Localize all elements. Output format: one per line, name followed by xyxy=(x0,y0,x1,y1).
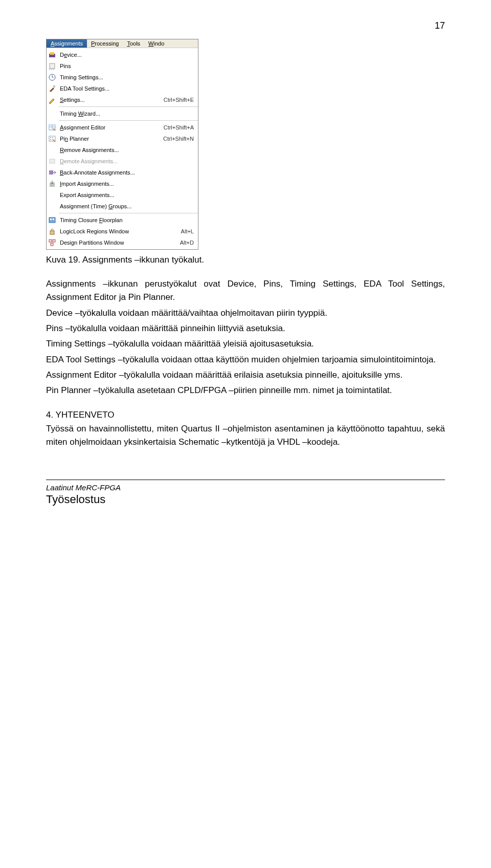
menu-assignment-editor[interactable]: Assignment Editor Ctrl+Shift+A xyxy=(47,122,198,133)
svg-rect-23 xyxy=(53,219,54,220)
page-number: 17 xyxy=(46,20,445,31)
svg-rect-18 xyxy=(50,159,55,163)
menu-label: Assignment (Time) Groups... xyxy=(60,203,196,209)
menu-label: Timing Settings... xyxy=(60,74,196,80)
paragraph: Device –työkalulla voidaan määrittää/vai… xyxy=(46,307,445,320)
pins-icon xyxy=(48,62,57,70)
menu-label: Timing Closure Floorplan xyxy=(60,217,196,223)
floorplan-icon xyxy=(48,216,57,224)
svg-point-14 xyxy=(50,137,51,138)
menu-label: Pin Planner xyxy=(60,136,160,142)
menu-separator xyxy=(59,106,198,107)
svg-rect-27 xyxy=(51,243,53,246)
svg-rect-22 xyxy=(50,219,52,220)
body-text: Assignments –ikkunan perustyökalut ovat … xyxy=(46,277,445,398)
menu-settings[interactable]: Settings... Ctrl+Shift+E xyxy=(47,94,198,105)
menu-label: Import Assignments... xyxy=(60,181,196,187)
menu-label: LogicLock Regions Window xyxy=(60,228,178,234)
menu-logiclock[interactable]: LogicLock Regions Window Alt+L xyxy=(47,226,198,237)
menu-assignment-groups[interactable]: Assignment (Time) Groups... xyxy=(47,201,198,212)
menu-label: Settings... xyxy=(60,97,161,103)
menu-label: Pins xyxy=(60,63,196,69)
menu-label: Back-Annotate Assignments... xyxy=(60,169,196,176)
summary-text: Työssä on havainnollistettu, miten Quart… xyxy=(46,422,445,449)
menu-label: Device... xyxy=(60,52,196,58)
paragraph: Työssä on havainnollistettu, miten Quart… xyxy=(46,422,445,449)
menubar-assignments[interactable]: Assignments xyxy=(47,39,87,48)
menu-timing-wizard[interactable]: Timing Wizard... xyxy=(47,108,198,119)
section-title: 4. YHTEENVETO xyxy=(46,410,445,420)
paragraph: EDA Tool Settings –työkalulla voidaan ot… xyxy=(46,353,445,366)
grid-icon xyxy=(48,135,57,143)
menu-separator xyxy=(59,213,198,213)
svg-rect-25 xyxy=(49,240,52,242)
menubar-tools[interactable]: Tools xyxy=(123,39,144,48)
menu-label: Design Partitions Window xyxy=(60,240,177,246)
menu-label: Assignment Editor xyxy=(60,124,161,131)
pencil-icon xyxy=(48,96,57,104)
svg-rect-21 xyxy=(49,218,55,223)
svg-rect-1 xyxy=(50,52,54,55)
menubar-window[interactable]: Windo xyxy=(144,39,168,48)
blank-icon xyxy=(48,191,57,199)
menu-import-assignments[interactable]: Import Assignments... xyxy=(47,178,198,189)
menu-separator xyxy=(59,120,198,121)
menu-label: Demote Assignments... xyxy=(60,158,196,164)
svg-rect-24 xyxy=(50,231,54,234)
menu-back-annotate[interactable]: Back-Annotate Assignments... xyxy=(47,167,198,178)
footer: Laatinut MeRC-FPGA Työselostus xyxy=(46,480,445,506)
footer-author: Laatinut MeRC-FPGA xyxy=(46,483,445,492)
demote-icon xyxy=(48,157,57,165)
blank-icon xyxy=(48,110,57,118)
footer-title: Työselostus xyxy=(46,493,445,506)
menu-design-partitions[interactable]: Design Partitions Window Alt+D xyxy=(47,237,198,248)
menu-device[interactable]: Device... xyxy=(47,49,198,60)
menu-remove-assignments[interactable]: Remove Assignments... xyxy=(47,144,198,156)
svg-point-16 xyxy=(50,139,51,140)
assignments-menu-screenshot: Assignments Processing Tools Windo Devic… xyxy=(46,39,198,250)
menu-label: Export Assignments... xyxy=(60,192,196,198)
paragraph: Timing Settings –työkalulla voidaan määr… xyxy=(46,337,445,351)
blank-icon xyxy=(48,202,57,210)
menu-label: EDA Tool Settings... xyxy=(60,85,196,92)
clock-icon xyxy=(48,73,57,81)
paragraph: Pins –työkalulla voidaan määrittää pinne… xyxy=(46,322,445,335)
paragraph: Pin Planner –työkalulla asetetaan CPLD/F… xyxy=(46,384,445,397)
menu-timing-closure[interactable]: Timing Closure Floorplan xyxy=(47,214,198,226)
menu-shortcut: Ctrl+Shift+E xyxy=(164,97,196,103)
svg-rect-2 xyxy=(50,63,55,69)
menubar: Assignments Processing Tools Windo xyxy=(47,39,198,48)
figure-caption: Kuva 19. Assignments –ikkunan työkalut. xyxy=(46,255,445,265)
menu-label: Remove Assignments... xyxy=(60,147,196,153)
menu-export-assignments[interactable]: Export Assignments... xyxy=(47,189,198,201)
menu-pin-planner[interactable]: Pin Planner Ctrl+Shift+N xyxy=(47,133,198,144)
lock-icon xyxy=(48,227,57,235)
menu-shortcut: Alt+L xyxy=(181,228,196,234)
tool-icon xyxy=(48,84,57,93)
paragraph: Assignments –ikkunan perustyökalut ovat … xyxy=(46,277,445,305)
menu-eda-tool[interactable]: EDA Tool Settings... xyxy=(47,83,198,94)
menu-timing-settings[interactable]: Timing Settings... xyxy=(47,72,198,83)
blank-icon xyxy=(48,146,57,154)
partition-icon xyxy=(48,238,57,247)
menu-shortcut: Ctrl+Shift+N xyxy=(163,136,196,142)
svg-rect-9 xyxy=(53,85,55,88)
paragraph: Assignment Editor –työkalulla voidaan mä… xyxy=(46,368,445,382)
svg-rect-19 xyxy=(49,170,53,175)
menu-pins[interactable]: Pins xyxy=(47,60,198,72)
grid-icon xyxy=(48,123,57,132)
menubar-processing[interactable]: Processing xyxy=(87,39,123,48)
svg-rect-26 xyxy=(53,240,55,242)
menu-demote-assignments: Demote Assignments... xyxy=(47,156,198,167)
assignments-dropdown: Device... Pins Timing Settings... EDA To… xyxy=(47,48,198,249)
back-annotate-icon xyxy=(48,168,57,177)
import-icon xyxy=(48,180,57,188)
svg-point-15 xyxy=(52,137,53,138)
menu-label: Timing Wizard... xyxy=(60,111,196,117)
device-icon xyxy=(48,51,57,59)
menu-shortcut: Alt+D xyxy=(180,240,196,246)
menu-shortcut: Ctrl+Shift+A xyxy=(164,124,196,131)
